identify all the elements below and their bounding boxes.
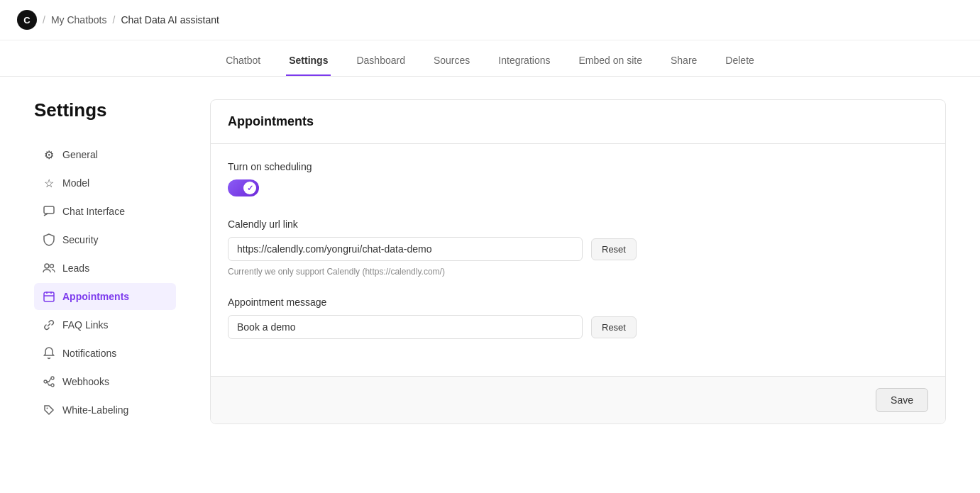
nav-tabs: Chatbot Settings Dashboard Sources Integ… xyxy=(0,40,980,77)
appointment-message-input[interactable] xyxy=(228,315,583,339)
calendly-row: Reset xyxy=(228,237,928,261)
sidebar-item-white-labeling[interactable]: White-Labeling xyxy=(34,397,176,423)
card-header: Appointments xyxy=(211,100,945,144)
calendly-url-input[interactable] xyxy=(228,237,583,261)
calendly-help-text: Currently we only support Calendly (http… xyxy=(228,267,928,277)
tab-sources[interactable]: Sources xyxy=(431,49,473,76)
top-header: C / My Chatbots / Chat Data AI assistant xyxy=(0,0,980,40)
calendly-section: Calendly url link Reset Currently we onl… xyxy=(228,218,928,277)
appointment-message-label: Appointment message xyxy=(228,297,928,308)
toggle-container: ✓ xyxy=(228,179,928,199)
tab-chatbot[interactable]: Chatbot xyxy=(223,49,263,76)
tab-share[interactable]: Share xyxy=(668,49,700,76)
tab-integrations[interactable]: Integrations xyxy=(495,49,553,76)
appointment-message-reset-button[interactable]: Reset xyxy=(591,316,637,338)
sidebar-label-general: General xyxy=(62,149,98,160)
breadcrumb: C / My Chatbots / Chat Data AI assistant xyxy=(17,10,219,30)
bell-icon xyxy=(43,347,55,360)
sidebar-label-leads: Leads xyxy=(62,262,89,274)
appointments-card: Appointments Turn on scheduling ✓ xyxy=(210,99,946,424)
toggle-check-icon: ✓ xyxy=(247,184,253,193)
webhooks-icon xyxy=(43,375,55,388)
sidebar-label-appointments: Appointments xyxy=(62,291,129,302)
content-area: Appointments Turn on scheduling ✓ xyxy=(210,99,946,425)
svg-point-11 xyxy=(47,408,48,409)
breadcrumb-home[interactable]: My Chatbots xyxy=(51,14,107,26)
sidebar-label-security: Security xyxy=(62,234,99,245)
shield-icon xyxy=(43,233,55,246)
chat-interface-icon xyxy=(43,205,55,218)
leads-icon xyxy=(43,262,55,275)
tab-embed[interactable]: Embed on site xyxy=(576,49,645,76)
card-footer: Save xyxy=(211,376,945,423)
sidebar-item-security[interactable]: Security xyxy=(34,226,176,253)
sidebar-item-model[interactable]: ☆ Model xyxy=(34,170,176,196)
star-icon: ☆ xyxy=(43,177,55,189)
appointment-message-row: Reset xyxy=(228,315,928,339)
sidebar-label-notifications: Notifications xyxy=(62,348,116,359)
sidebar-item-notifications[interactable]: Notifications xyxy=(34,340,176,367)
breadcrumb-current: Chat Data AI assistant xyxy=(121,14,219,26)
tab-delete[interactable]: Delete xyxy=(722,49,756,76)
link-icon xyxy=(43,318,55,331)
svg-point-9 xyxy=(51,377,54,380)
sidebar-item-webhooks[interactable]: Webhooks xyxy=(34,368,176,395)
calendar-icon xyxy=(43,290,55,303)
sidebar-label-webhooks: Webhooks xyxy=(62,376,109,387)
sidebar-item-chat-interface[interactable]: Chat Interface xyxy=(34,198,176,225)
svg-point-3 xyxy=(50,265,54,268)
calendly-reset-button[interactable]: Reset xyxy=(591,238,637,260)
sidebar: Settings ⚙ General ☆ Model Chat Interfac… xyxy=(34,99,176,425)
card-title: Appointments xyxy=(228,114,928,129)
tab-dashboard[interactable]: Dashboard xyxy=(353,49,408,76)
scheduling-toggle[interactable]: ✓ xyxy=(228,179,259,196)
gear-icon: ⚙ xyxy=(43,148,55,161)
sidebar-item-appointments[interactable]: Appointments xyxy=(34,283,176,310)
sidebar-label-model: Model xyxy=(62,177,89,189)
tag-icon xyxy=(43,404,55,416)
sidebar-item-faq-links[interactable]: FAQ Links xyxy=(34,311,176,338)
sidebar-label-chat-interface: Chat Interface xyxy=(62,206,125,217)
save-button[interactable]: Save xyxy=(876,388,928,412)
breadcrumb-sep2: / xyxy=(112,14,115,26)
svg-rect-0 xyxy=(44,206,54,214)
sidebar-label-white-labeling: White-Labeling xyxy=(62,404,128,416)
breadcrumb-sep1: / xyxy=(43,14,45,26)
logo-icon[interactable]: C xyxy=(17,10,37,30)
scheduling-label: Turn on scheduling xyxy=(228,161,928,172)
card-body: Turn on scheduling ✓ Calendly ur xyxy=(211,144,945,376)
sidebar-label-faq-links: FAQ Links xyxy=(62,319,109,331)
main-layout: Settings ⚙ General ☆ Model Chat Interfac… xyxy=(0,77,980,448)
appointment-message-section: Appointment message Reset xyxy=(228,297,928,339)
svg-rect-4 xyxy=(44,292,54,301)
svg-point-2 xyxy=(45,264,49,268)
sidebar-item-leads[interactable]: Leads xyxy=(34,255,176,282)
tab-settings[interactable]: Settings xyxy=(286,49,331,76)
svg-point-10 xyxy=(51,384,54,387)
sidebar-title: Settings xyxy=(34,99,176,121)
scheduling-section: Turn on scheduling ✓ xyxy=(228,161,928,199)
calendly-label: Calendly url link xyxy=(228,218,928,230)
svg-point-8 xyxy=(44,380,47,383)
sidebar-item-general[interactable]: ⚙ General xyxy=(34,141,176,168)
